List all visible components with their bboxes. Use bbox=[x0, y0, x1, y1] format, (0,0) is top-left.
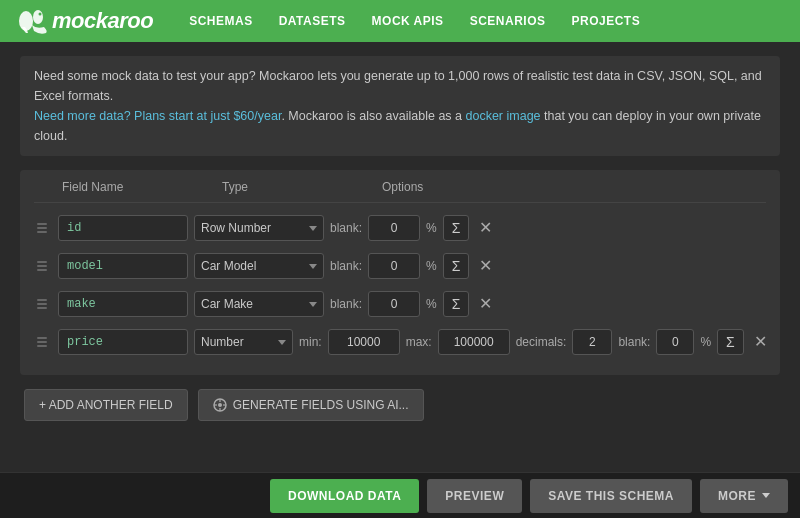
blank-input-3[interactable] bbox=[368, 291, 420, 317]
min-input[interactable] bbox=[328, 329, 400, 355]
options-area-4: min: max: decimals: blank: % Σ ✕ bbox=[299, 329, 771, 355]
more-chevron-icon bbox=[762, 493, 770, 498]
nav-links: SCHEMAS DATASETS MOCK APIS SCENARIOS PRO… bbox=[177, 10, 652, 32]
svg-point-4 bbox=[218, 403, 222, 407]
nav-datasets[interactable]: DATASETS bbox=[267, 10, 358, 32]
header-field-name: Field Name bbox=[62, 180, 222, 194]
type-select-2[interactable]: Car Model Row Number Car Make Number bbox=[194, 253, 324, 279]
ai-btn-label: GENERATE FIELDS USING AI... bbox=[233, 398, 409, 412]
decimals-label: decimals: bbox=[516, 335, 567, 349]
pct-label-4: % bbox=[700, 335, 711, 349]
type-select-1[interactable]: Row Number Car Model Car Make Number bbox=[194, 215, 324, 241]
type-select-4[interactable]: Number Row Number Car Model Car Make bbox=[194, 329, 293, 355]
plans-link[interactable]: Need more data? Plans start at just $60/… bbox=[34, 109, 281, 123]
drag-handle-3[interactable] bbox=[34, 297, 52, 311]
blank-input-1[interactable] bbox=[368, 215, 420, 241]
options-area-2: blank: % Σ ✕ bbox=[330, 253, 766, 279]
schema-table: Field Name Type Options Row Number Car M… bbox=[20, 170, 780, 375]
add-field-button[interactable]: + ADD ANOTHER FIELD bbox=[24, 389, 188, 421]
download-button[interactable]: DOWNLOAD DATA bbox=[270, 479, 419, 513]
blank-label-1: blank: bbox=[330, 221, 362, 235]
action-buttons: + ADD ANOTHER FIELD GENERATE FIELDS USIN… bbox=[20, 389, 780, 421]
header-options: Options bbox=[382, 180, 766, 194]
sigma-btn-2[interactable]: Σ bbox=[443, 253, 470, 279]
blank-label-4: blank: bbox=[618, 335, 650, 349]
info-banner: Need some mock data to test your app? Mo… bbox=[20, 56, 780, 156]
sigma-btn-3[interactable]: Σ bbox=[443, 291, 470, 317]
svg-point-2 bbox=[39, 13, 42, 16]
blank-label-2: blank: bbox=[330, 259, 362, 273]
docker-link[interactable]: docker image bbox=[466, 109, 541, 123]
options-area-3: blank: % Σ ✕ bbox=[330, 291, 766, 317]
table-row: Car Model Row Number Car Make Number bla… bbox=[34, 247, 766, 285]
type-select-3[interactable]: Car Make Row Number Car Model Number bbox=[194, 291, 324, 317]
max-input[interactable] bbox=[438, 329, 510, 355]
content-area: Need some mock data to test your app? Mo… bbox=[0, 42, 800, 432]
nav-scenarios[interactable]: SCENARIOS bbox=[458, 10, 558, 32]
preview-button[interactable]: PREVIEW bbox=[427, 479, 522, 513]
logo-icon bbox=[16, 7, 52, 35]
field-name-input-1[interactable] bbox=[58, 215, 188, 241]
info-line2-mid: Mockaroo is also available as a bbox=[288, 109, 465, 123]
pct-label-3: % bbox=[426, 297, 437, 311]
logo-text: mockaroo bbox=[52, 8, 153, 34]
save-schema-button[interactable]: SAVE THIS SCHEMA bbox=[530, 479, 692, 513]
ai-icon bbox=[213, 398, 227, 412]
footer-bar: DOWNLOAD DATA PREVIEW SAVE THIS SCHEMA M… bbox=[0, 472, 800, 518]
field-name-input-2[interactable] bbox=[58, 253, 188, 279]
table-row: Row Number Car Model Car Make Number bla… bbox=[34, 209, 766, 247]
blank-input-4[interactable] bbox=[656, 329, 694, 355]
delete-row-3[interactable]: ✕ bbox=[475, 294, 496, 314]
blank-label-3: blank: bbox=[330, 297, 362, 311]
decimals-input[interactable] bbox=[572, 329, 612, 355]
main-content: Need some mock data to test your app? Mo… bbox=[0, 42, 800, 432]
more-button[interactable]: MORE bbox=[700, 479, 788, 513]
sigma-btn-4[interactable]: Σ bbox=[717, 329, 744, 355]
options-area-1: blank: % Σ ✕ bbox=[330, 215, 766, 241]
min-label: min: bbox=[299, 335, 322, 349]
nav-projects[interactable]: PROJECTS bbox=[559, 10, 652, 32]
info-line1: Need some mock data to test your app? Mo… bbox=[34, 69, 762, 103]
delete-row-1[interactable]: ✕ bbox=[475, 218, 496, 238]
header-type: Type bbox=[222, 180, 382, 194]
sigma-btn-1[interactable]: Σ bbox=[443, 215, 470, 241]
field-name-input-4[interactable] bbox=[58, 329, 188, 355]
delete-row-2[interactable]: ✕ bbox=[475, 256, 496, 276]
generate-ai-button[interactable]: GENERATE FIELDS USING AI... bbox=[198, 389, 424, 421]
table-row: Car Make Row Number Car Model Number bla… bbox=[34, 285, 766, 323]
drag-handle-1[interactable] bbox=[34, 221, 52, 235]
nav-schemas[interactable]: SCHEMAS bbox=[177, 10, 265, 32]
drag-handle-4[interactable] bbox=[34, 335, 52, 349]
max-label: max: bbox=[406, 335, 432, 349]
svg-point-1 bbox=[33, 10, 43, 24]
more-label: MORE bbox=[718, 489, 756, 503]
blank-input-2[interactable] bbox=[368, 253, 420, 279]
pct-label-2: % bbox=[426, 259, 437, 273]
logo[interactable]: mockaroo bbox=[16, 7, 153, 35]
table-row: Number Row Number Car Model Car Make min… bbox=[34, 323, 766, 361]
schema-header: Field Name Type Options bbox=[34, 180, 766, 203]
field-name-input-3[interactable] bbox=[58, 291, 188, 317]
nav-mock-apis[interactable]: MOCK APIS bbox=[360, 10, 456, 32]
navbar: mockaroo SCHEMAS DATASETS MOCK APIS SCEN… bbox=[0, 0, 800, 42]
drag-handle-2[interactable] bbox=[34, 259, 52, 273]
pct-label-1: % bbox=[426, 221, 437, 235]
delete-row-4[interactable]: ✕ bbox=[750, 332, 771, 352]
svg-point-0 bbox=[19, 11, 33, 31]
